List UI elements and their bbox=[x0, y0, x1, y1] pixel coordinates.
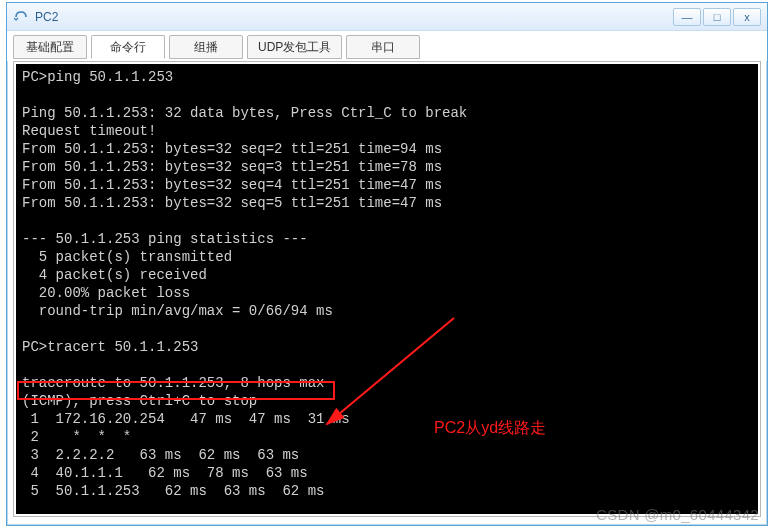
tab-udp-send[interactable]: UDP发包工具 bbox=[247, 35, 342, 59]
highlight-box-hop3 bbox=[17, 381, 335, 400]
annotation-text: PC2从yd线路走 bbox=[434, 418, 546, 439]
watermark: CSDN @m0_60444342 bbox=[596, 506, 759, 523]
tab-basic-config[interactable]: 基础配置 bbox=[13, 35, 87, 59]
tab-serial[interactable]: 串口 bbox=[346, 35, 420, 59]
window-title: PC2 bbox=[35, 10, 673, 24]
tab-cli[interactable]: 命令行 bbox=[91, 35, 165, 59]
app-icon bbox=[13, 9, 29, 25]
window-control-buttons: — □ x bbox=[673, 8, 761, 26]
maximize-button[interactable]: □ bbox=[703, 8, 731, 26]
minimize-button[interactable]: — bbox=[673, 8, 701, 26]
app-window: PC2 — □ x 基础配置 命令行 组播 UDP发包工具 串口 PC>ping… bbox=[6, 2, 768, 526]
tab-bar: 基础配置 命令行 组播 UDP发包工具 串口 bbox=[7, 31, 767, 61]
tab-multicast[interactable]: 组播 bbox=[169, 35, 243, 59]
close-button[interactable]: x bbox=[733, 8, 761, 26]
terminal[interactable]: PC>ping 50.1.1.253 Ping 50.1.1.253: 32 d… bbox=[16, 64, 758, 514]
terminal-frame: PC>ping 50.1.1.253 Ping 50.1.1.253: 32 d… bbox=[13, 61, 761, 517]
titlebar: PC2 — □ x bbox=[7, 3, 767, 31]
